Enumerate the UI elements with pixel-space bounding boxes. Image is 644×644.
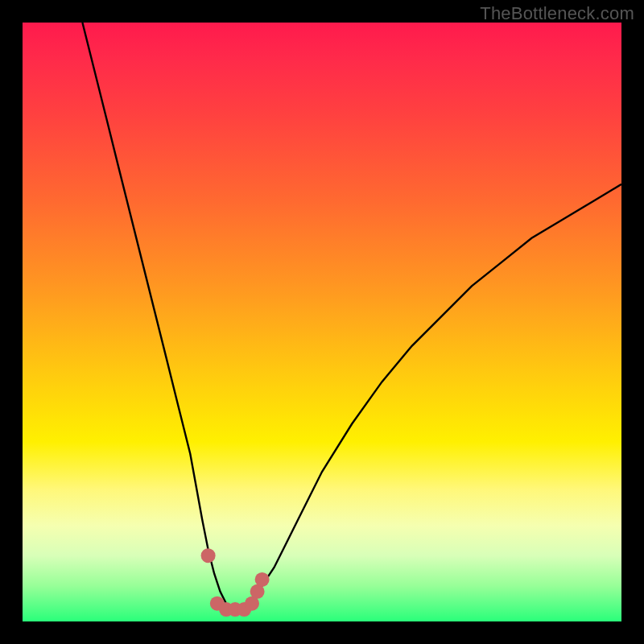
curve-marker-dot bbox=[255, 572, 270, 587]
watermark-text: TheBottleneck.com bbox=[480, 3, 634, 24]
curve-marker-dot bbox=[201, 548, 216, 563]
plot-area bbox=[23, 23, 621, 621]
chart-frame: TheBottleneck.com bbox=[0, 0, 644, 644]
bottleneck-curve bbox=[82, 23, 621, 609]
curve-markers bbox=[201, 548, 270, 617]
bottleneck-curve-svg bbox=[23, 23, 621, 621]
